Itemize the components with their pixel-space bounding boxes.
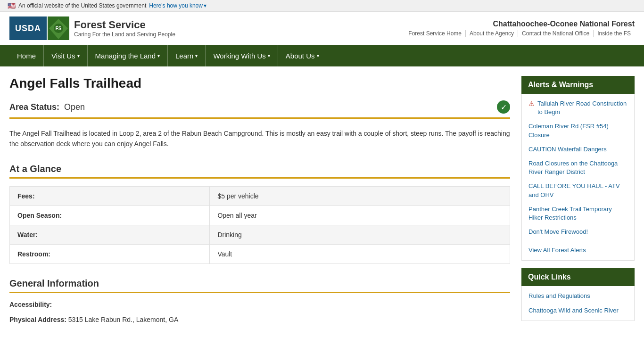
table-cell-label: Fees:	[10, 186, 210, 206]
chevron-down-icon: ▾	[195, 53, 198, 58]
quick-links-box: Quick Links Rules and Regulations Chatto…	[521, 268, 635, 321]
alerts-body: ⚠ Tallulah River Road Construction to Be…	[521, 94, 635, 261]
logo-area: USDA FS Forest Service Caring For the La…	[9, 16, 175, 40]
top-link-contact[interactable]: Contact the National Office	[518, 30, 594, 37]
quick-link-rules[interactable]: Rules and Regulations	[528, 292, 627, 300]
usda-logo: USDA	[9, 16, 47, 40]
nav-item-home: Home	[9, 45, 43, 66]
alerts-header: Alerts & Warnings	[521, 76, 635, 94]
alert-link-tallulah[interactable]: Tallulah River Road Construction to Begi…	[537, 99, 627, 116]
at-a-glance-header: At a Glance	[9, 164, 510, 179]
top-link-inside-fs[interactable]: Inside the FS	[594, 30, 635, 37]
physical-address-value: 5315 Lake Rabun Rd., Lakemont, GA	[68, 316, 178, 323]
gov-banner: 🇺🇸 An official website of the United Sta…	[0, 0, 644, 12]
area-status-value: Open	[64, 102, 85, 112]
table-row: Water: Drinking	[10, 225, 510, 244]
trail-description: The Angel Fall Trailhead is located in L…	[9, 128, 510, 149]
nav-item-working: Working With Us ▾	[205, 45, 277, 66]
site-header: USDA FS Forest Service Caring For the La…	[0, 12, 644, 45]
main-content: Angel Falls Trailhead Area Status: Open …	[9, 76, 510, 331]
nav-item-managing: Managing the Land ▾	[87, 45, 167, 66]
main-nav: Home Visit Us ▾ Managing the Land ▾ Lear…	[0, 45, 644, 66]
general-info-header: General Information	[9, 278, 510, 293]
table-cell-value: Vault	[210, 244, 510, 263]
top-links: Forest Service Home About the Agency Con…	[405, 30, 635, 37]
table-row: Open Season: Open all year	[10, 206, 510, 225]
chevron-down-icon: ▾	[268, 53, 270, 58]
accessibility-label: Accessibility:	[9, 301, 510, 308]
nav-item-visit: Visit Us ▾	[43, 45, 87, 66]
quick-links-header: Quick Links	[521, 268, 635, 286]
alert-link-firewood[interactable]: Don't Move Firewood!	[528, 228, 627, 236]
chevron-down-icon: ▾	[317, 53, 319, 58]
table-cell-value: Open all year	[210, 206, 510, 225]
nav-link-home[interactable]: Home	[9, 45, 43, 66]
gov-banner-text: An official website of the United States…	[18, 2, 146, 9]
page-layout: Angel Falls Trailhead Area Status: Open …	[0, 66, 644, 340]
site-title-heading: Forest Service	[74, 19, 175, 31]
site-title: Forest Service Caring For the Land and S…	[74, 19, 175, 38]
sidebar: Alerts & Warnings ⚠ Tallulah River Road …	[521, 76, 635, 331]
area-status-label-group: Area Status: Open	[9, 102, 85, 112]
table-cell-label: Water:	[10, 225, 210, 244]
general-info: Accessibility: Physical Address: 5315 La…	[9, 301, 510, 323]
area-status-section: Area Status: Open ✓	[9, 100, 510, 119]
alerts-box: Alerts & Warnings ⚠ Tallulah River Road …	[521, 76, 635, 261]
alert-link-road-closures[interactable]: Road Closures on the Chattooga River Ran…	[528, 159, 627, 176]
usda-logo-wrap: USDA FS	[9, 16, 69, 40]
area-status-label: Area Status:	[9, 102, 59, 112]
alert-link-waterfall[interactable]: CAUTION Waterfall Dangers	[528, 145, 627, 154]
page-title: Angel Falls Trailhead	[9, 76, 510, 91]
nav-link-learn[interactable]: Learn ▾	[167, 45, 205, 66]
chevron-down-icon: ▾	[77, 53, 80, 58]
chevron-down-icon: ▾	[157, 53, 160, 58]
heres-how-you-know-link[interactable]: Here's how you know ▾	[149, 2, 206, 9]
quick-links-body: Rules and Regulations Chattooga Wild and…	[521, 286, 635, 321]
accessibility-field: Accessibility:	[9, 301, 510, 308]
address-field: Physical Address: 5315 Lake Rabun Rd., L…	[9, 316, 510, 323]
site-subtitle: Caring For the Land and Serving People	[74, 31, 175, 38]
alert-icon: ⚠	[528, 100, 535, 107]
nav-link-about[interactable]: About Us ▾	[278, 45, 327, 66]
physical-address-label: Physical Address:	[9, 316, 66, 323]
table-cell-value: Drinking	[210, 225, 510, 244]
view-all-alerts-wrap: View All Forest Alerts	[528, 242, 627, 255]
table-row: Restroom: Vault	[10, 244, 510, 263]
table-cell-value: $5 per vehicle	[210, 186, 510, 206]
fs-badge: FS	[48, 16, 69, 40]
alert-link-panther[interactable]: Panther Creek Trail Temporary Hiker Rest…	[528, 205, 627, 222]
top-link-forest-home[interactable]: Forest Service Home	[405, 30, 466, 37]
status-open-icon: ✓	[497, 100, 510, 114]
us-flag: 🇺🇸	[8, 2, 16, 9]
forest-name: Chattahoochee-Oconee National Forest	[405, 20, 635, 28]
table-cell-label: Restroom:	[10, 244, 210, 263]
view-all-alerts-link[interactable]: View All Forest Alerts	[528, 246, 627, 255]
nav-link-working[interactable]: Working With Us ▾	[205, 45, 277, 66]
table-row: Fees: $5 per vehicle	[10, 186, 510, 206]
alert-link-coleman[interactable]: Coleman River Rd (FSR #54) Closure	[528, 122, 627, 139]
nav-item-about: About Us ▾	[278, 45, 327, 66]
nav-item-learn: Learn ▾	[167, 45, 205, 66]
alert-link-atv[interactable]: CALL BEFORE YOU HAUL - ATV and OHV	[528, 182, 627, 199]
nav-link-visit[interactable]: Visit Us ▾	[43, 45, 87, 66]
nav-link-managing[interactable]: Managing the Land ▾	[87, 45, 167, 66]
quick-link-chattooga[interactable]: Chattooga Wild and Scenic River	[528, 306, 627, 315]
table-cell-label: Open Season:	[10, 206, 210, 225]
top-link-about-agency[interactable]: About the Agency	[466, 30, 518, 37]
alert-item-tallulah: ⚠ Tallulah River Road Construction to Be…	[528, 99, 627, 116]
header-links: Chattahoochee-Oconee National Forest For…	[405, 20, 635, 37]
svg-text:FS: FS	[56, 26, 62, 31]
info-table: Fees: $5 per vehicle Open Season: Open a…	[9, 186, 510, 264]
